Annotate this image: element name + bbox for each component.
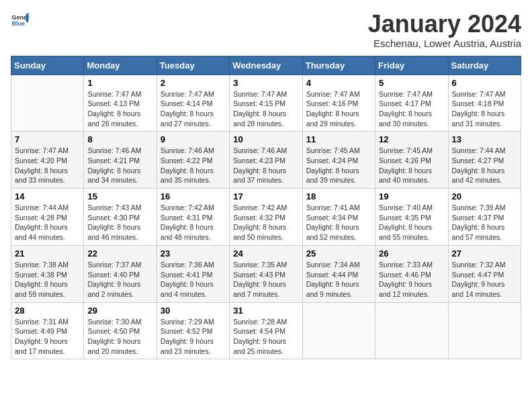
calendar-week-row: 21Sunrise: 7:38 AMSunset: 4:38 PMDayligh… <box>11 245 521 302</box>
calendar-cell: 3Sunrise: 7:47 AMSunset: 4:15 PMDaylight… <box>230 75 302 132</box>
day-detail: Sunrise: 7:39 AMSunset: 4:37 PMDaylight:… <box>452 203 517 242</box>
column-header-thursday: Thursday <box>302 56 375 75</box>
calendar-week-row: 7Sunrise: 7:47 AMSunset: 4:20 PMDaylight… <box>11 132 521 189</box>
day-number: 12 <box>379 134 444 144</box>
day-detail: Sunrise: 7:40 AMSunset: 4:35 PMDaylight:… <box>379 203 444 242</box>
column-header-saturday: Saturday <box>448 56 521 75</box>
calendar-cell: 31Sunrise: 7:28 AMSunset: 4:54 PMDayligh… <box>230 302 302 359</box>
calendar-cell: 13Sunrise: 7:44 AMSunset: 4:27 PMDayligh… <box>448 132 521 189</box>
calendar-cell: 4Sunrise: 7:47 AMSunset: 4:16 PMDaylight… <box>302 75 375 132</box>
day-number: 18 <box>306 191 371 201</box>
calendar-cell: 14Sunrise: 7:44 AMSunset: 4:28 PMDayligh… <box>11 189 84 246</box>
calendar-cell: 12Sunrise: 7:45 AMSunset: 4:26 PMDayligh… <box>375 132 448 189</box>
day-detail: Sunrise: 7:45 AMSunset: 4:24 PMDaylight:… <box>306 146 371 185</box>
day-number: 25 <box>306 248 371 259</box>
calendar-cell: 9Sunrise: 7:46 AMSunset: 4:22 PMDaylight… <box>157 132 229 189</box>
calendar-cell: 27Sunrise: 7:32 AMSunset: 4:47 PMDayligh… <box>448 245 521 302</box>
day-number: 31 <box>233 306 298 316</box>
day-number: 7 <box>15 134 80 144</box>
day-number: 9 <box>161 134 226 144</box>
header: General Blue January 2024 Eschenau, Lowe… <box>11 11 521 49</box>
calendar-cell: 7Sunrise: 7:47 AMSunset: 4:20 PMDaylight… <box>11 132 84 189</box>
calendar-cell: 17Sunrise: 7:42 AMSunset: 4:32 PMDayligh… <box>230 189 302 246</box>
day-number: 2 <box>161 78 226 88</box>
svg-marker-3 <box>26 20 28 23</box>
calendar-cell: 21Sunrise: 7:38 AMSunset: 4:38 PMDayligh… <box>11 245 84 302</box>
calendar-cell: 16Sunrise: 7:42 AMSunset: 4:31 PMDayligh… <box>157 189 229 246</box>
day-number: 28 <box>15 306 80 316</box>
day-detail: Sunrise: 7:37 AMSunset: 4:40 PMDaylight:… <box>87 260 152 300</box>
calendar-cell: 2Sunrise: 7:47 AMSunset: 4:14 PMDaylight… <box>157 75 229 132</box>
day-detail: Sunrise: 7:44 AMSunset: 4:28 PMDaylight:… <box>15 203 80 242</box>
day-detail: Sunrise: 7:45 AMSunset: 4:26 PMDaylight:… <box>379 146 444 185</box>
column-header-wednesday: Wednesday <box>230 56 302 75</box>
day-detail: Sunrise: 7:38 AMSunset: 4:38 PMDaylight:… <box>15 260 80 300</box>
day-number: 17 <box>233 191 298 201</box>
day-number: 19 <box>379 191 444 201</box>
day-detail: Sunrise: 7:33 AMSunset: 4:46 PMDaylight:… <box>379 260 444 300</box>
day-detail: Sunrise: 7:30 AMSunset: 4:50 PMDaylight:… <box>87 317 152 357</box>
calendar-cell: 22Sunrise: 7:37 AMSunset: 4:40 PMDayligh… <box>84 245 157 302</box>
day-number: 27 <box>452 248 517 259</box>
day-number: 1 <box>87 78 152 88</box>
calendar-week-row: 28Sunrise: 7:31 AMSunset: 4:49 PMDayligh… <box>11 302 521 359</box>
day-detail: Sunrise: 7:47 AMSunset: 4:13 PMDaylight:… <box>87 89 152 129</box>
calendar-cell: 29Sunrise: 7:30 AMSunset: 4:50 PMDayligh… <box>84 302 157 359</box>
day-number: 30 <box>161 306 226 316</box>
day-number: 10 <box>233 134 298 144</box>
calendar-table: SundayMondayTuesdayWednesdayThursdayFrid… <box>11 56 521 360</box>
day-detail: Sunrise: 7:47 AMSunset: 4:20 PMDaylight:… <box>15 146 80 185</box>
calendar-cell: 10Sunrise: 7:46 AMSunset: 4:23 PMDayligh… <box>230 132 302 189</box>
day-detail: Sunrise: 7:42 AMSunset: 4:32 PMDaylight:… <box>233 203 298 242</box>
day-number: 16 <box>161 191 226 201</box>
day-number: 5 <box>379 78 444 88</box>
day-number: 29 <box>87 306 152 316</box>
logo-icon: General Blue <box>11 11 30 30</box>
calendar-cell: 6Sunrise: 7:47 AMSunset: 4:18 PMDaylight… <box>448 75 521 132</box>
day-detail: Sunrise: 7:28 AMSunset: 4:54 PMDaylight:… <box>233 317 298 357</box>
calendar-cell <box>448 302 521 359</box>
day-number: 24 <box>233 248 298 259</box>
day-number: 22 <box>87 248 152 259</box>
day-detail: Sunrise: 7:47 AMSunset: 4:14 PMDaylight:… <box>161 89 226 129</box>
day-number: 8 <box>87 134 152 144</box>
calendar-cell <box>375 302 448 359</box>
day-detail: Sunrise: 7:47 AMSunset: 4:18 PMDaylight:… <box>452 89 517 129</box>
main-title: January 2024 <box>368 11 521 38</box>
day-number: 15 <box>87 191 152 201</box>
day-detail: Sunrise: 7:35 AMSunset: 4:43 PMDaylight:… <box>233 260 298 300</box>
calendar-week-row: 1Sunrise: 7:47 AMSunset: 4:13 PMDaylight… <box>11 75 521 132</box>
svg-text:Blue: Blue <box>11 20 25 27</box>
calendar-week-row: 14Sunrise: 7:44 AMSunset: 4:28 PMDayligh… <box>11 189 521 246</box>
calendar-cell: 20Sunrise: 7:39 AMSunset: 4:37 PMDayligh… <box>448 189 521 246</box>
calendar-cell: 1Sunrise: 7:47 AMSunset: 4:13 PMDaylight… <box>84 75 157 132</box>
calendar-cell: 26Sunrise: 7:33 AMSunset: 4:46 PMDayligh… <box>375 245 448 302</box>
column-header-friday: Friday <box>375 56 448 75</box>
day-number: 14 <box>15 191 80 201</box>
calendar-cell: 11Sunrise: 7:45 AMSunset: 4:24 PMDayligh… <box>302 132 375 189</box>
calendar-cell <box>11 75 84 132</box>
day-number: 6 <box>452 78 517 88</box>
column-header-sunday: Sunday <box>11 56 84 75</box>
title-area: January 2024 Eschenau, Lower Austria, Au… <box>368 11 521 49</box>
day-number: 23 <box>161 248 226 259</box>
day-number: 20 <box>452 191 517 201</box>
day-detail: Sunrise: 7:31 AMSunset: 4:49 PMDaylight:… <box>15 317 80 357</box>
calendar-cell: 19Sunrise: 7:40 AMSunset: 4:35 PMDayligh… <box>375 189 448 246</box>
day-number: 3 <box>233 78 298 88</box>
column-header-monday: Monday <box>84 56 157 75</box>
day-number: 26 <box>379 248 444 259</box>
day-detail: Sunrise: 7:34 AMSunset: 4:44 PMDaylight:… <box>306 260 371 300</box>
day-detail: Sunrise: 7:47 AMSunset: 4:16 PMDaylight:… <box>306 89 371 129</box>
column-header-tuesday: Tuesday <box>157 56 229 75</box>
calendar-cell: 25Sunrise: 7:34 AMSunset: 4:44 PMDayligh… <box>302 245 375 302</box>
calendar-cell <box>302 302 375 359</box>
calendar-cell: 24Sunrise: 7:35 AMSunset: 4:43 PMDayligh… <box>230 245 302 302</box>
calendar-cell: 18Sunrise: 7:41 AMSunset: 4:34 PMDayligh… <box>302 189 375 246</box>
day-number: 21 <box>15 248 80 259</box>
day-detail: Sunrise: 7:43 AMSunset: 4:30 PMDaylight:… <box>87 203 152 242</box>
day-detail: Sunrise: 7:42 AMSunset: 4:31 PMDaylight:… <box>161 203 226 242</box>
day-detail: Sunrise: 7:44 AMSunset: 4:27 PMDaylight:… <box>452 146 517 185</box>
day-detail: Sunrise: 7:46 AMSunset: 4:23 PMDaylight:… <box>233 146 298 185</box>
calendar-cell: 5Sunrise: 7:47 AMSunset: 4:17 PMDaylight… <box>375 75 448 132</box>
